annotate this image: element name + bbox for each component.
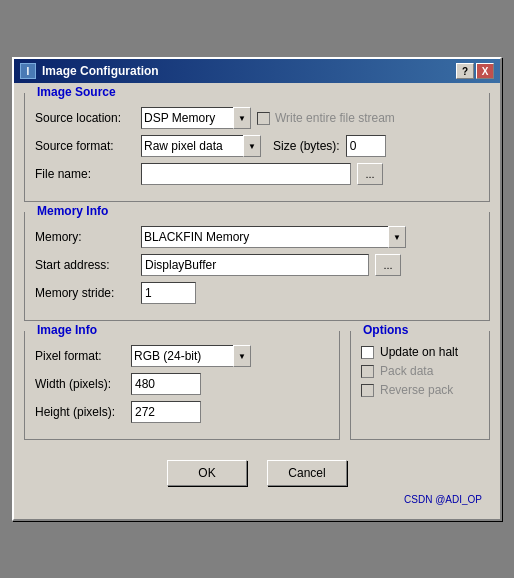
start-address-row: Start address: ... [35, 254, 479, 276]
pack-data-row: Pack data [361, 364, 479, 378]
file-name-row: File name: ... [35, 163, 479, 185]
title-buttons: ? X [456, 63, 494, 79]
options-label: Options [359, 323, 412, 337]
memory-stride-label: Memory stride: [35, 286, 135, 300]
file-name-label: File name: [35, 167, 135, 181]
source-format-select[interactable]: Raw pixel data [141, 135, 261, 157]
bottom-section: Image Info Pixel format: RGB (24-bit) ▼ … [24, 331, 490, 450]
start-address-input[interactable] [141, 254, 369, 276]
pixel-format-select-wrapper: RGB (24-bit) ▼ [131, 345, 251, 367]
dialog-content: Image Source Source location: DSP Memory… [14, 83, 500, 519]
memory-label: Memory: [35, 230, 135, 244]
memory-select[interactable]: BLACKFIN Memory [141, 226, 406, 248]
image-source-label: Image Source [33, 85, 120, 99]
pixel-format-label: Pixel format: [35, 349, 125, 363]
reverse-pack-checkbox[interactable] [361, 384, 374, 397]
source-location-row: Source location: DSP Memory ▼ Write enti… [35, 107, 479, 129]
update-on-halt-label: Update on halt [380, 345, 458, 359]
image-info-group: Image Info Pixel format: RGB (24-bit) ▼ … [24, 331, 340, 440]
height-input[interactable] [131, 401, 201, 423]
update-on-halt-checkbox[interactable] [361, 346, 374, 359]
file-name-input[interactable] [141, 163, 351, 185]
width-row: Width (pixels): [35, 373, 329, 395]
memory-info-label: Memory Info [33, 204, 112, 218]
height-label: Height (pixels): [35, 405, 125, 419]
image-source-group: Image Source Source location: DSP Memory… [24, 93, 490, 202]
write-stream-checkbox[interactable] [257, 112, 270, 125]
width-label: Width (pixels): [35, 377, 125, 391]
watermark: CSDN @ADI_OP [24, 492, 490, 509]
window-icon: I [20, 63, 36, 79]
pixel-format-row: Pixel format: RGB (24-bit) ▼ [35, 345, 329, 367]
close-button[interactable]: X [476, 63, 494, 79]
source-location-select[interactable]: DSP Memory [141, 107, 251, 129]
start-address-label: Start address: [35, 258, 135, 272]
memory-row: Memory: BLACKFIN Memory ▼ [35, 226, 479, 248]
cancel-button[interactable]: Cancel [267, 460, 347, 486]
reverse-pack-label: Reverse pack [380, 383, 453, 397]
ok-button[interactable]: OK [167, 460, 247, 486]
file-browse-button[interactable]: ... [357, 163, 383, 185]
size-label: Size (bytes): [273, 139, 340, 153]
title-bar-left: I Image Configuration [20, 63, 159, 79]
pack-data-label: Pack data [380, 364, 433, 378]
size-input[interactable] [346, 135, 386, 157]
source-format-select-wrapper: Raw pixel data ▼ [141, 135, 261, 157]
pack-data-checkbox[interactable] [361, 365, 374, 378]
source-format-label: Source format: [35, 139, 135, 153]
options-group: Options Update on halt Pack data Reverse… [350, 331, 490, 440]
memory-info-group: Memory Info Memory: BLACKFIN Memory ▼ St… [24, 212, 490, 321]
source-format-row: Source format: Raw pixel data ▼ Size (by… [35, 135, 479, 157]
help-button[interactable]: ? [456, 63, 474, 79]
source-location-select-wrapper: DSP Memory ▼ [141, 107, 251, 129]
image-info-label: Image Info [33, 323, 101, 337]
memory-stride-row: Memory stride: [35, 282, 479, 304]
image-configuration-window: I Image Configuration ? X Image Source S… [12, 57, 502, 521]
memory-select-wrapper: BLACKFIN Memory ▼ [141, 226, 406, 248]
height-row: Height (pixels): [35, 401, 329, 423]
pixel-format-select[interactable]: RGB (24-bit) [131, 345, 251, 367]
title-bar: I Image Configuration ? X [14, 59, 500, 83]
address-browse-button[interactable]: ... [375, 254, 401, 276]
width-input[interactable] [131, 373, 201, 395]
memory-stride-input[interactable] [141, 282, 196, 304]
write-stream-label: Write entire file stream [275, 111, 395, 125]
ok-cancel-row: OK Cancel [24, 450, 490, 492]
source-location-label: Source location: [35, 111, 135, 125]
reverse-pack-row: Reverse pack [361, 383, 479, 397]
update-on-halt-row: Update on halt [361, 345, 479, 359]
window-title: Image Configuration [42, 64, 159, 78]
write-stream-container: Write entire file stream [257, 111, 395, 125]
